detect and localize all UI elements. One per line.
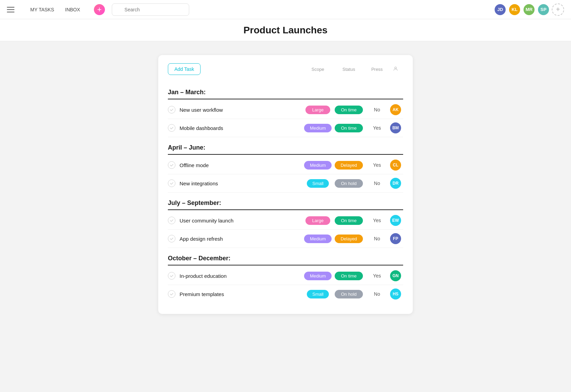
scope-badge: Small xyxy=(307,290,329,298)
task-checkbox[interactable] xyxy=(168,290,175,298)
table-header: Add Task Scope Status Press xyxy=(168,63,403,80)
section-divider-q1 xyxy=(168,99,403,99)
nav-inbox[interactable]: INBOX xyxy=(60,4,86,15)
page-title: Product Launches xyxy=(244,25,327,36)
sections-container: Jan – March: New user workflow Large On … xyxy=(168,82,403,303)
main-content: Add Task Scope Status Press Jan – March:… xyxy=(0,41,571,392)
add-button[interactable]: + xyxy=(94,4,105,15)
task-person-cell: EW xyxy=(388,215,403,226)
table-row: In-product education Medium On time Yes … xyxy=(168,267,403,285)
task-name: Offline mode xyxy=(180,162,304,168)
section-title-q2: April – June: xyxy=(168,137,403,154)
avatar[interactable]: AK xyxy=(390,104,401,115)
task-press-cell: Yes xyxy=(366,162,388,168)
task-press-cell: No xyxy=(366,107,388,112)
scope-badge: Medium xyxy=(304,124,332,132)
nav-avatar-3[interactable]: MR xyxy=(523,3,535,16)
col-header-press: Press xyxy=(366,67,388,72)
nav-avatar-1[interactable]: JD xyxy=(494,3,506,16)
scope-badge: Medium xyxy=(304,161,332,170)
task-person-cell: FP xyxy=(388,233,403,244)
status-badge: On time xyxy=(335,124,363,132)
avatar[interactable]: EW xyxy=(390,215,401,226)
task-cols: Large On time No AK xyxy=(304,104,403,115)
task-scope-cell: Medium xyxy=(304,124,332,132)
add-member-button[interactable]: + xyxy=(552,3,564,16)
section-title-q4: October – December: xyxy=(168,248,403,265)
table-row: App design refresh Medium Delayed No FP xyxy=(168,230,403,248)
avatar[interactable]: CL xyxy=(390,160,401,171)
task-name: In-product education xyxy=(180,273,304,279)
scope-badge: Medium xyxy=(304,235,332,243)
status-badge: On hold xyxy=(335,179,363,188)
task-card: Add Task Scope Status Press Jan – March:… xyxy=(158,55,413,314)
column-headers: Scope Status Press xyxy=(304,66,403,73)
table-row: User community launch Large On time Yes … xyxy=(168,211,403,230)
task-cols: Medium On time Yes BM xyxy=(304,122,403,133)
task-checkbox[interactable] xyxy=(168,217,175,224)
scope-badge: Medium xyxy=(304,272,332,280)
task-press-cell: No xyxy=(366,291,388,297)
avatar[interactable]: HS xyxy=(390,288,401,300)
avatar[interactable]: BM xyxy=(390,122,401,133)
table-row: Mobile dashboards Medium On time Yes BM xyxy=(168,119,403,137)
task-checkbox[interactable] xyxy=(168,106,175,113)
task-status-cell: Delayed xyxy=(332,235,366,243)
hamburger-menu[interactable] xyxy=(7,4,18,15)
task-scope-cell: Medium xyxy=(304,272,332,280)
section-divider-q3 xyxy=(168,209,403,210)
task-person-cell: BM xyxy=(388,122,403,133)
section-divider-q4 xyxy=(168,265,403,265)
task-cols: Medium Delayed Yes CL xyxy=(304,160,403,171)
nav-links: MY TASKS INBOX xyxy=(25,4,86,15)
scope-badge: Large xyxy=(305,216,330,225)
task-person-cell: CL xyxy=(388,160,403,171)
task-press-cell: Yes xyxy=(366,125,388,131)
task-status-cell: On time xyxy=(332,124,366,132)
status-badge: On time xyxy=(335,106,363,114)
task-person-cell: GN xyxy=(388,270,403,281)
svg-point-0 xyxy=(395,67,396,68)
col-header-scope: Scope xyxy=(304,67,332,72)
task-person-cell: HS xyxy=(388,288,403,300)
avatar[interactable]: DR xyxy=(390,178,401,189)
task-name: Premium templates xyxy=(180,291,304,297)
nav-avatar-2[interactable]: KL xyxy=(508,3,521,16)
search-wrap: 🔍 xyxy=(112,3,311,16)
section-divider-q2 xyxy=(168,154,403,155)
task-status-cell: On hold xyxy=(332,179,366,188)
task-scope-cell: Medium xyxy=(304,161,332,170)
search-input[interactable] xyxy=(112,3,189,16)
avatar[interactable]: GN xyxy=(390,270,401,281)
add-task-button[interactable]: Add Task xyxy=(168,63,201,75)
task-press-cell: No xyxy=(366,181,388,186)
status-badge: On time xyxy=(335,216,363,225)
task-checkbox[interactable] xyxy=(168,179,175,187)
avatar[interactable]: FP xyxy=(390,233,401,244)
status-badge: On time xyxy=(335,272,363,280)
task-press-cell: No xyxy=(366,236,388,241)
task-status-cell: On time xyxy=(332,272,366,280)
task-press-cell: Yes xyxy=(366,273,388,279)
task-name: App design refresh xyxy=(180,236,304,242)
task-cols: Small On hold No DR xyxy=(304,178,403,189)
task-checkbox[interactable] xyxy=(168,124,175,132)
section-title-q1: Jan – March: xyxy=(168,82,403,99)
task-scope-cell: Medium xyxy=(304,235,332,243)
status-badge: Delayed xyxy=(335,235,363,243)
task-checkbox[interactable] xyxy=(168,235,175,242)
nav-avatars: JD KL MR SP + xyxy=(494,3,564,16)
nav-avatar-4[interactable]: SP xyxy=(537,3,550,16)
nav-my-tasks[interactable]: MY TASKS xyxy=(25,4,60,15)
task-scope-cell: Large xyxy=(304,216,332,225)
task-press-cell: Yes xyxy=(366,218,388,223)
scope-badge: Small xyxy=(307,179,329,188)
task-cols: Medium On time Yes GN xyxy=(304,270,403,281)
task-name: User community launch xyxy=(180,218,304,224)
status-badge: Delayed xyxy=(335,161,363,170)
table-row: New integrations Small On hold No DR xyxy=(168,174,403,193)
task-name: New integrations xyxy=(180,181,304,186)
task-checkbox[interactable] xyxy=(168,272,175,280)
task-checkbox[interactable] xyxy=(168,161,175,169)
table-row: Premium templates Small On hold No HS xyxy=(168,285,403,303)
